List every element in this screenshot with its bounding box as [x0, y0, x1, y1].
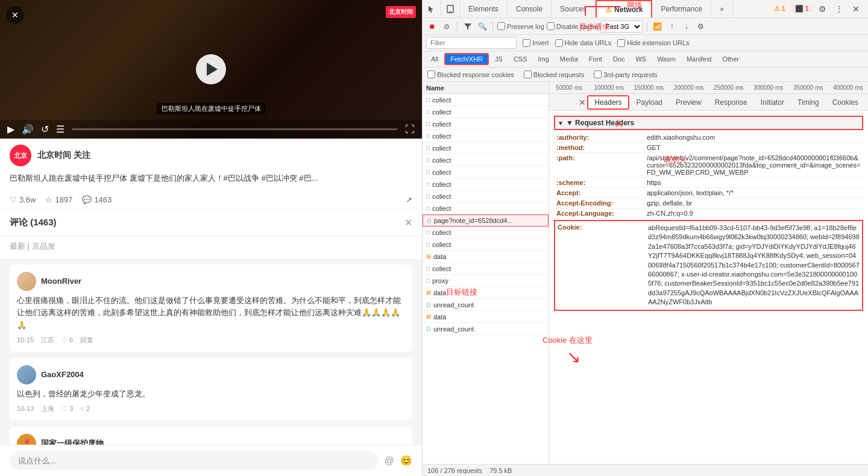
type-filter-fetch-xhr[interactable]: Fetch/XHR — [444, 53, 489, 65]
table-row[interactable]: □collect — [423, 202, 549, 215]
comments-close-icon[interactable]: ✕ — [404, 217, 412, 228]
comment-like-button[interactable]: ♡ 6 — [61, 336, 73, 344]
tab-response[interactable]: Response — [709, 96, 753, 108]
tab-cookies-detail[interactable]: Cookies — [826, 96, 864, 108]
mention-icon[interactable]: @ — [385, 456, 394, 466]
blocked-cookies-input[interactable] — [427, 70, 435, 78]
tab-initiator[interactable]: Initiator — [755, 96, 790, 108]
tab-preview[interactable]: Preview — [670, 96, 708, 108]
tab-latest[interactable]: 最新 | 京品发 — [10, 241, 55, 254]
table-row[interactable]: ⟨⟩unread_count — [423, 323, 549, 335]
type-filter-wasm[interactable]: Wasm — [652, 54, 681, 64]
reply-button[interactable]: ○ 2 — [80, 405, 90, 412]
export-button[interactable]: ↓ — [681, 20, 693, 33]
table-row[interactable]: □collect — [423, 154, 549, 166]
progress-bar[interactable] — [72, 128, 398, 130]
table-row[interactable]: ⟨⟩page?note_id=6528dcd4... — [423, 215, 549, 227]
tab-sources[interactable]: Sources — [552, 0, 596, 17]
play-button[interactable] — [196, 54, 226, 84]
record-button[interactable]: ⏺ — [426, 20, 438, 33]
name-column-header[interactable]: Name — [423, 82, 549, 93]
tab-elements[interactable]: Elements — [460, 0, 508, 17]
settings-button[interactable]: ⚙ — [695, 20, 707, 33]
preserve-log-input[interactable] — [497, 22, 505, 30]
table-row[interactable]: □proxy — [423, 275, 549, 287]
comment-action[interactable]: 💬 1463 — [82, 195, 112, 204]
table-row[interactable]: ⊞data — [423, 287, 549, 299]
table-row[interactable]: □collect — [423, 166, 549, 178]
type-filter-doc[interactable]: Doc — [608, 54, 630, 64]
type-filter-ws[interactable]: WS — [631, 54, 651, 64]
filter-toggle-button[interactable] — [462, 20, 474, 33]
type-filter-font[interactable]: Font — [584, 54, 607, 64]
table-row[interactable]: ⟨⟩unread_count — [423, 299, 549, 311]
comment-like-button[interactable]: ♡ 3 — [61, 405, 73, 413]
table-row[interactable]: □collect — [423, 130, 549, 142]
type-filter-all[interactable]: All — [426, 54, 443, 64]
star-action[interactable]: ☆ 1897 — [45, 195, 72, 204]
devtools-close-button[interactable]: ✕ — [849, 2, 863, 16]
table-row[interactable]: □collect — [423, 263, 549, 275]
settings-icon[interactable]: ☰ — [56, 124, 64, 135]
emoji-icon[interactable]: 😊 — [400, 455, 412, 466]
table-row[interactable]: ⊞data — [423, 311, 549, 323]
preserve-log-checkbox[interactable]: Preserve log — [497, 22, 544, 30]
rewind-icon[interactable]: ↺ — [41, 124, 49, 135]
devtools-tab-device[interactable] — [441, 0, 460, 17]
search-button[interactable]: 🔍 — [476, 20, 488, 33]
disable-cache-checkbox[interactable]: Disable cache — [547, 22, 598, 30]
third-party-input[interactable] — [594, 70, 602, 78]
third-party-requests-checkbox[interactable]: 3rd-party requests — [594, 70, 657, 78]
type-filter-media[interactable]: Media — [555, 54, 583, 64]
comment-input[interactable] — [10, 451, 379, 470]
tab-console[interactable]: Console — [508, 0, 552, 17]
blocked-requests-checkbox[interactable]: Blocked requests — [524, 70, 584, 78]
throttle-select[interactable]: Fast 3G — [600, 20, 643, 33]
tab-headers[interactable]: Headers — [587, 95, 629, 110]
table-row[interactable]: □collect — [423, 106, 549, 118]
table-row[interactable]: ⊞data — [423, 251, 549, 263]
hide-extension-urls-input[interactable] — [617, 39, 625, 47]
detail-close-button[interactable]: ✕ — [579, 98, 586, 107]
table-row[interactable]: □collect — [423, 227, 549, 239]
play-control-icon[interactable]: ▶ — [7, 124, 14, 135]
table-row[interactable]: □collect — [423, 239, 549, 251]
table-row[interactable]: □collect — [423, 178, 549, 190]
request-headers-section[interactable]: ▼ ▼ Request Headers — [554, 116, 863, 130]
like-action[interactable]: ♡ 3.6w — [10, 195, 36, 204]
volume-icon[interactable]: 🔊 — [22, 124, 34, 135]
table-row[interactable]: □collect — [423, 94, 549, 106]
net-item-icon: ⟨⟩ — [427, 218, 432, 224]
devtools-settings-button[interactable]: ⚙ — [815, 2, 829, 16]
hide-data-urls-checkbox[interactable]: Hide data URLs — [555, 39, 612, 47]
type-filter-img[interactable]: Img — [533, 54, 554, 64]
tab-payload[interactable]: Payload — [631, 96, 668, 108]
import-button[interactable]: ↑ — [666, 20, 678, 33]
share-action[interactable]: ↗ — [406, 195, 412, 204]
table-row[interactable]: □collect — [423, 142, 549, 154]
fullscreen-icon[interactable]: ⛶ — [405, 124, 415, 135]
tab-more[interactable]: » — [711, 0, 733, 17]
type-filter-css[interactable]: CSS — [509, 54, 532, 64]
tab-network[interactable]: ⚠ Network — [596, 0, 652, 17]
reply-button[interactable]: 回复 — [80, 336, 93, 345]
devtools-more-button[interactable]: ⋮ — [832, 2, 846, 16]
clear-button[interactable]: ⊘ — [441, 20, 453, 33]
table-row[interactable]: □collect — [423, 118, 549, 130]
blocked-response-cookies-checkbox[interactable]: Blocked response cookies — [427, 70, 514, 78]
disable-cache-input[interactable] — [547, 22, 555, 30]
devtools-tab-cursor[interactable] — [423, 0, 441, 17]
table-row[interactable]: □collect — [423, 190, 549, 202]
invert-input[interactable] — [523, 39, 530, 47]
type-filter-js[interactable]: JS — [490, 54, 508, 64]
type-filter-manifest[interactable]: Manifest — [682, 54, 717, 64]
video-close-button[interactable]: ✕ — [6, 6, 24, 24]
invert-checkbox[interactable]: Invert — [523, 39, 549, 47]
hide-extension-urls-checkbox[interactable]: Hide extension URLs — [617, 39, 689, 47]
blocked-requests-input[interactable] — [524, 70, 532, 78]
filter-input[interactable] — [426, 37, 517, 49]
tab-performance[interactable]: Performance — [652, 0, 711, 17]
hide-data-urls-input[interactable] — [555, 39, 563, 47]
type-filter-other[interactable]: Other — [717, 54, 744, 64]
tab-timing[interactable]: Timing — [791, 96, 825, 108]
